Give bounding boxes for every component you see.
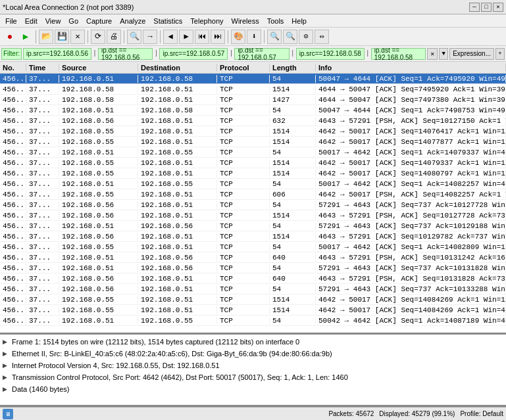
resize-columns-button[interactable]: ⇔ (315, 30, 329, 44)
table-row[interactable]: 456...37...192.168.0.56192.168.0.51TCP54… (0, 284, 506, 294)
save-button[interactable]: 💾 (55, 30, 69, 44)
table-cell: 456... (0, 264, 26, 272)
open-button[interactable]: 📂 (39, 30, 53, 44)
filter-chip-6[interactable]: ip.dst == 192.168.0.58 (371, 48, 426, 60)
table-row[interactable]: 456...37...192.168.0.58192.168.0.51TCP15… (0, 84, 506, 95)
find-button[interactable]: 🔍 (127, 30, 141, 44)
table-row[interactable]: 456...37...192.168.0.51192.168.0.55TCP54… (0, 179, 506, 189)
add-expression-button[interactable]: + (495, 48, 505, 60)
table-row[interactable]: 456...37...192.168.0.51192.168.0.58TCP54… (0, 105, 506, 116)
menu-item-help[interactable]: Help (288, 16, 311, 26)
table-row[interactable]: 456...37...192.168.0.55192.168.0.51TCP15… (0, 158, 506, 168)
table-cell: 37... (26, 159, 59, 167)
table-cell: 54 (270, 264, 316, 272)
table-row[interactable]: 456...37...192.168.0.55192.168.0.51TCP15… (0, 168, 506, 179)
detail-item[interactable]: ▶Internet Protocol Version 4, Src: 192.1… (3, 360, 503, 371)
back-button[interactable]: ◀ (163, 30, 178, 44)
table-cell: TCP (217, 75, 270, 83)
table-cell: 192.168.0.51 (59, 106, 138, 114)
menu-item-view[interactable]: View (41, 16, 65, 26)
table-row[interactable]: 456...37...192.168.0.51192.168.0.58TCP54… (0, 74, 506, 84)
close-button[interactable]: ✕ (493, 3, 503, 12)
table-row[interactable]: 456...37...192.168.0.56192.168.0.51TCP54… (0, 200, 506, 210)
menu-item-edit[interactable]: Edit (21, 16, 41, 26)
detail-item[interactable]: ▶Transmission Control Protocol, Src Port… (3, 371, 503, 383)
table-row[interactable]: 456...37...192.168.0.55192.168.0.51TCP54… (0, 242, 506, 252)
menu-item-analyze[interactable]: Analyze (116, 16, 149, 26)
table-cell: 192.168.0.56 (138, 254, 217, 262)
filter-chip-3[interactable]: ip.src==192.168.0.57 (159, 48, 228, 60)
table-cell: 37... (26, 117, 59, 125)
minimize-button[interactable]: ─ (469, 3, 480, 12)
table-row[interactable]: 456...37...192.168.0.51192.168.0.56TCP64… (0, 252, 506, 263)
reload-button[interactable]: ⟳ (91, 30, 105, 44)
table-row[interactable]: 456...37...192.168.0.56192.168.0.51TCP63… (0, 116, 506, 126)
detail-item[interactable]: ▶Frame 1: 1514 bytes on wire (12112 bits… (3, 336, 503, 348)
header-no[interactable]: No. (0, 64, 26, 72)
colorize-button[interactable]: 🎨 (231, 30, 245, 44)
header-protocol[interactable]: Protocol (217, 64, 270, 72)
menu-item-capture[interactable]: Capture (82, 16, 116, 26)
menu-item-wireless[interactable]: Wireless (228, 16, 263, 26)
table-row[interactable]: 456...37...192.168.0.51192.168.0.56TCP54… (0, 263, 506, 273)
detail-expand-icon: ▶ (3, 338, 12, 345)
detail-item[interactable]: ▶Data (1460 bytes) (3, 383, 503, 395)
table-cell: 192.168.0.51 (138, 212, 217, 220)
table-row[interactable]: 456...37...192.168.0.56192.168.0.51TCP64… (0, 273, 506, 284)
table-cell: 192.168.0.56 (138, 222, 217, 230)
filter-chip-2[interactable]: ip.dst == 192.168.0.56 (98, 48, 153, 60)
table-cell: 37... (26, 306, 59, 314)
header-info[interactable]: Info (316, 64, 506, 72)
start-button[interactable]: ▶ (18, 30, 33, 44)
filter-chip-1[interactable]: ip.src==192.168.0.56 (23, 48, 91, 60)
table-row[interactable]: 456...37...192.168.0.58192.168.0.51TCP14… (0, 95, 506, 105)
table-row[interactable]: 456...37...192.168.0.51192.168.0.56TCP54… (0, 221, 506, 231)
header-time[interactable]: Time (26, 64, 59, 72)
table-cell: 192.168.0.55 (59, 138, 138, 146)
table-row[interactable]: 456...37...192.168.0.55192.168.0.51TCP15… (0, 305, 506, 315)
zoom-out-button[interactable]: 🔍 (283, 30, 297, 44)
filter-chip-5[interactable]: ip.src==192.168.0.58 (296, 48, 365, 60)
table-row[interactable]: 456...37...192.168.0.56192.168.0.51TCP15… (0, 231, 506, 242)
filter-clear-button[interactable]: ✕ (427, 48, 438, 60)
packet-rows[interactable]: 456...37...192.168.0.51192.168.0.58TCP54… (0, 74, 506, 333)
table-row[interactable]: 456...37...192.168.0.55192.168.0.51TCP60… (0, 189, 506, 200)
filter-chip-4[interactable]: ip.dst == 192.168.0.57 (234, 48, 289, 60)
last-button[interactable]: ⏭ (211, 30, 225, 44)
print-button[interactable]: 🖨 (107, 30, 121, 44)
detail-item[interactable]: ▶Ethernet II, Src: B-LinkEl_40:a5:c6 (48… (3, 348, 503, 360)
forward-button[interactable]: ▶ (179, 30, 193, 44)
table-cell: TCP (217, 275, 270, 283)
header-source[interactable]: Source (59, 64, 138, 72)
table-row[interactable]: 456...37...192.168.0.55192.168.0.51TCP15… (0, 126, 506, 137)
filter-chips-container: ip.src==192.168.0.56 | ip.dst == 192.168… (23, 48, 426, 60)
autoscroll-button[interactable]: ⬇ (247, 30, 261, 44)
table-cell: 4642 → 50017 [ACK] Seq=14084269 Ack=1 Wi… (316, 296, 506, 304)
table-cell: 4643 → 57291 [ACK] Seq=10129782 Ack=737 … (316, 233, 506, 241)
zoom-in-button[interactable]: 🔍 (267, 30, 282, 44)
table-row[interactable]: 456...37...192.168.0.55192.168.0.51TCP15… (0, 294, 506, 305)
goto-button[interactable]: → (143, 30, 157, 44)
menu-item-tools[interactable]: Tools (263, 16, 288, 26)
menu-item-file[interactable]: File (1, 16, 21, 26)
table-cell: 50047 → 4644 [ACK] Seq=1 Ack=7498753 Win… (316, 106, 506, 114)
menu-item-go[interactable]: Go (64, 16, 82, 26)
menu-item-statistics[interactable]: Statistics (149, 16, 186, 26)
table-row[interactable]: 456...37...192.168.0.51192.168.0.55TCP54… (0, 315, 506, 326)
table-row[interactable]: 456...37...192.168.0.56192.168.0.51TCP15… (0, 210, 506, 221)
table-row[interactable]: 456...37...192.168.0.55192.168.0.51TCP15… (0, 137, 506, 147)
header-destination[interactable]: Destination (138, 64, 217, 72)
table-cell: 640 (270, 254, 316, 262)
table-row[interactable]: 456...37...192.168.0.51192.168.0.55TCP54… (0, 147, 506, 158)
expression-button[interactable]: Expression... (449, 48, 494, 60)
header-length[interactable]: Length (270, 64, 316, 72)
table-cell: 37... (26, 128, 59, 135)
maximize-button[interactable]: □ (481, 3, 492, 12)
table-cell: 54 (270, 149, 316, 156)
zoom-reset-button[interactable]: ⊙ (299, 30, 313, 44)
filter-dropdown-button[interactable]: ▼ (439, 48, 448, 60)
menu-item-telephony[interactable]: Telephony (186, 16, 227, 26)
stop-button[interactable]: ● (3, 30, 17, 44)
first-button[interactable]: ⏮ (195, 30, 209, 44)
close-file-button[interactable]: ✕ (70, 30, 85, 44)
